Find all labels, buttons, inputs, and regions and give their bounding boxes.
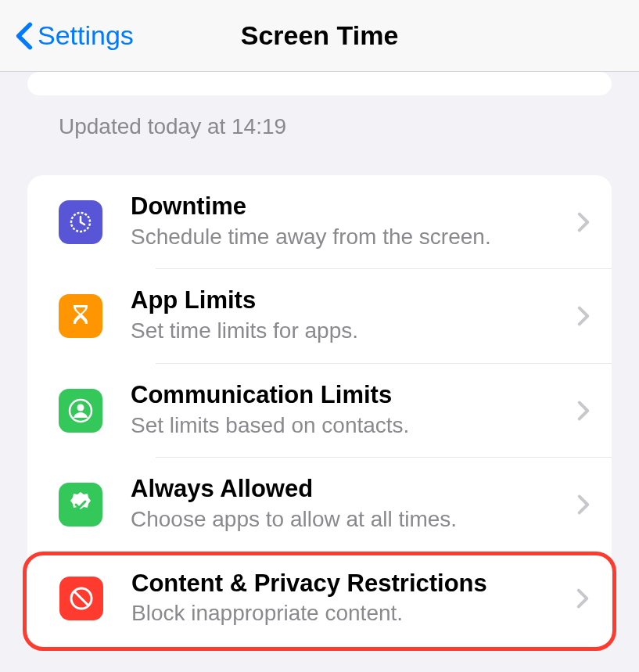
hourglass-icon <box>59 294 102 338</box>
item-subtitle: Choose apps to allow at all times. <box>131 505 565 534</box>
svg-line-4 <box>74 591 88 606</box>
item-title: Content & Privacy Restrictions <box>131 570 564 598</box>
item-content-privacy[interactable]: Content & Privacy Restrictions Block ina… <box>23 552 616 651</box>
chevron-right-icon <box>576 588 589 609</box>
item-subtitle: Block inappropriate content. <box>131 598 564 628</box>
downtime-icon <box>59 200 102 244</box>
no-entry-icon <box>59 577 103 620</box>
back-button[interactable]: Settings <box>16 20 134 51</box>
item-title: Communication Limits <box>131 381 565 409</box>
back-label: Settings <box>38 20 134 51</box>
page-title: Screen Time <box>241 20 399 51</box>
svg-point-2 <box>77 404 84 411</box>
item-communication-limits[interactable]: Communication Limits Set limits based on… <box>27 364 612 457</box>
chevron-right-icon <box>577 306 590 326</box>
updated-text: Updated today at 14:19 <box>27 95 612 139</box>
item-title: Downtime <box>131 192 565 221</box>
chevron-right-icon <box>577 212 590 232</box>
checkmark-seal-icon <box>59 483 102 526</box>
item-subtitle: Schedule time away from the screen. <box>131 222 565 252</box>
summary-card-stub[interactable] <box>27 72 612 95</box>
item-downtime[interactable]: Downtime Schedule time away from the scr… <box>27 175 612 268</box>
chevron-right-icon <box>577 494 590 515</box>
item-subtitle: Set time limits for apps. <box>131 316 565 346</box>
item-always-allowed[interactable]: Always Allowed Choose apps to allow at a… <box>27 458 612 551</box>
item-subtitle: Set limits based on contacts. <box>131 411 565 440</box>
contact-icon <box>59 389 102 433</box>
nav-bar: Settings Screen Time <box>0 0 639 72</box>
item-title: App Limits <box>131 286 565 314</box>
chevron-left-icon <box>16 21 33 51</box>
item-title: Always Allowed <box>131 475 565 503</box>
chevron-right-icon <box>577 401 590 421</box>
content-area: Updated today at 14:19 Downtime Schedule… <box>0 72 639 651</box>
item-app-limits[interactable]: App Limits Set time limits for apps. <box>27 269 612 362</box>
settings-list: Downtime Schedule time away from the scr… <box>27 175 612 651</box>
